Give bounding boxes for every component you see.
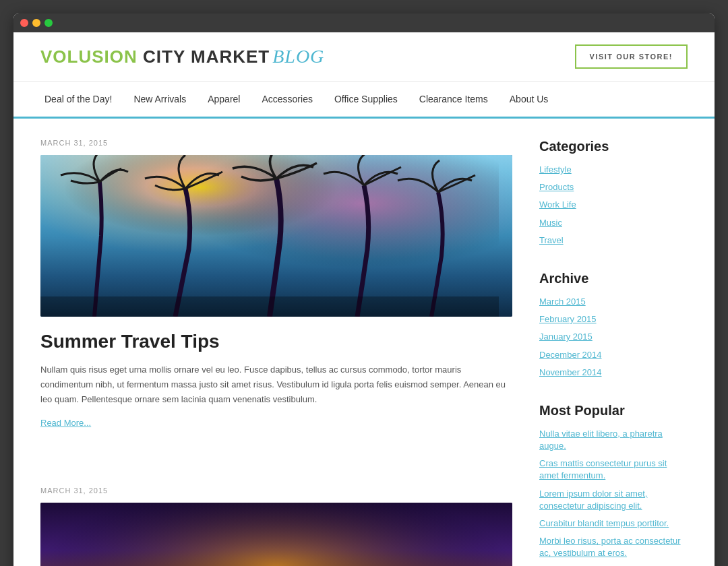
archive-march-2015[interactable]: March 2015 bbox=[539, 296, 688, 308]
archive-january-2015[interactable]: January 2015 bbox=[539, 331, 688, 343]
nav-about-us[interactable]: About Us bbox=[499, 82, 559, 117]
site-logo: VOLUSION CITY MARKETBlog bbox=[40, 46, 324, 67]
categories-heading: Categories bbox=[539, 139, 688, 154]
post-separator bbox=[40, 447, 512, 468]
concert-svg bbox=[40, 503, 512, 566]
post-1-image bbox=[40, 155, 512, 317]
popular-1[interactable]: Nulla vitae elit libero, a pharetra augu… bbox=[539, 428, 688, 452]
logo-city-market: CITY MARKET bbox=[138, 46, 270, 67]
sidebar: Categories Lifestyle Products Work Life … bbox=[539, 139, 688, 566]
content-area: MARCH 31, 2015 bbox=[40, 139, 512, 566]
popular-3[interactable]: Lorem ipsum dolor sit amet, consectetur … bbox=[539, 488, 688, 512]
browser-window: VOLUSION CITY MARKETBlog VISIT OUR STORE… bbox=[13, 13, 715, 566]
post-2-date: MARCH 31, 2015 bbox=[40, 486, 512, 495]
titlebar bbox=[13, 13, 715, 32]
most-popular-heading: Most Popular bbox=[539, 403, 688, 418]
nav-accessories[interactable]: Accessories bbox=[251, 82, 323, 117]
site-header: VOLUSION CITY MARKETBlog VISIT OUR STORE… bbox=[13, 32, 715, 82]
svg-rect-4 bbox=[40, 503, 512, 566]
popular-4[interactable]: Curabitur blandit tempus porttitor. bbox=[539, 517, 688, 530]
close-dot[interactable] bbox=[20, 19, 28, 27]
blog-post-2: MARCH 31, 2015 bbox=[40, 486, 512, 566]
concert-photo bbox=[40, 503, 512, 566]
svg-rect-2 bbox=[40, 296, 499, 317]
palm-tree-photo bbox=[40, 155, 512, 317]
archive-november-2014[interactable]: November 2014 bbox=[539, 367, 688, 379]
categories-section: Categories Lifestyle Products Work Life … bbox=[539, 139, 688, 247]
category-work-life[interactable]: Work Life bbox=[539, 199, 688, 211]
palm-silhouettes-svg bbox=[40, 155, 499, 317]
archive-heading: Archive bbox=[539, 271, 688, 286]
nav-apparel[interactable]: Apparel bbox=[197, 82, 251, 117]
nav-office-supplies[interactable]: Office Supplies bbox=[324, 82, 408, 117]
post-1-read-more[interactable]: Read More... bbox=[40, 418, 91, 428]
archive-section: Archive March 2015 February 2015 January… bbox=[539, 271, 688, 379]
logo-blog: Blog bbox=[272, 46, 324, 67]
category-lifestyle[interactable]: Lifestyle bbox=[539, 164, 688, 176]
post-1-date: MARCH 31, 2015 bbox=[40, 139, 512, 147]
blog-post-1: MARCH 31, 2015 bbox=[40, 139, 512, 429]
logo-volusion: VOLUSION bbox=[40, 46, 138, 67]
archive-december-2014[interactable]: December 2014 bbox=[539, 349, 688, 361]
maximize-dot[interactable] bbox=[44, 19, 53, 27]
archive-february-2015[interactable]: February 2015 bbox=[539, 313, 688, 325]
main-layout: MARCH 31, 2015 bbox=[13, 119, 715, 566]
nav-new-arrivals[interactable]: New Arrivals bbox=[123, 82, 197, 117]
most-popular-section: Most Popular Nulla vitae elit libero, a … bbox=[539, 403, 688, 560]
post-1-title: Summer Travel Tips bbox=[40, 330, 512, 353]
category-music[interactable]: Music bbox=[539, 217, 688, 229]
popular-2[interactable]: Cras mattis consectetur purus sit amet f… bbox=[539, 458, 688, 482]
post-2-image bbox=[40, 503, 512, 566]
category-travel[interactable]: Travel bbox=[539, 234, 688, 247]
site-nav: Deal of the Day! New Arrivals Apparel Ac… bbox=[13, 82, 715, 119]
minimize-dot[interactable] bbox=[32, 19, 40, 27]
post-1-excerpt: Nullam quis risus eget urna mollis ornar… bbox=[40, 363, 512, 407]
visit-store-button[interactable]: VISIT OUR STORE! bbox=[575, 44, 688, 69]
site-wrapper: VOLUSION CITY MARKETBlog VISIT OUR STORE… bbox=[13, 32, 715, 566]
nav-clearance-items[interactable]: Clearance Items bbox=[408, 82, 499, 117]
category-products[interactable]: Products bbox=[539, 181, 688, 193]
nav-deal-of-the-day[interactable]: Deal of the Day! bbox=[34, 82, 123, 117]
popular-5[interactable]: Morbi leo risus, porta ac consectetur ac… bbox=[539, 535, 688, 559]
